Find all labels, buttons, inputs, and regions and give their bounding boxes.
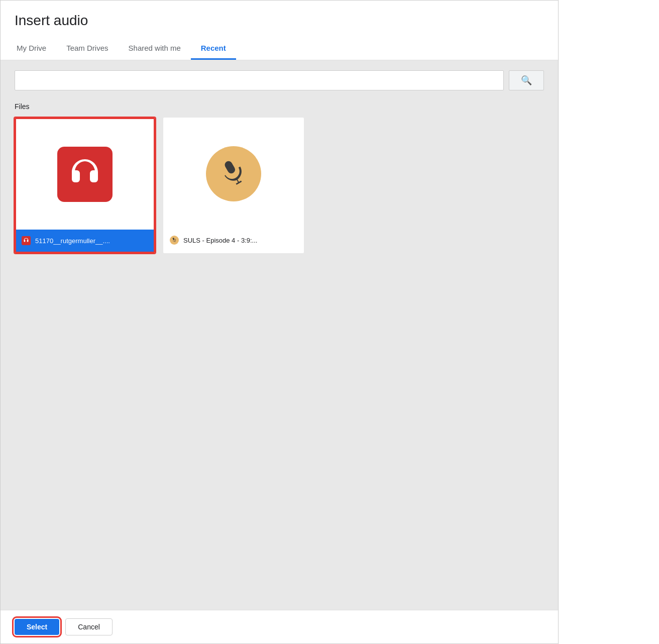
files-grid: 51170__rutgermuller__.... — [15, 118, 544, 253]
mic-circle-icon — [206, 146, 261, 201]
headphone-small-icon — [23, 237, 29, 244]
tab-recent[interactable]: Recent — [191, 39, 236, 60]
files-section-label: Files — [15, 102, 544, 111]
file-label-icon-2 — [169, 235, 179, 245]
search-button[interactable]: 🔍 — [509, 70, 544, 90]
file-label-1: 51170__rutgermuller__.... — [16, 230, 154, 252]
search-bar: 🔍 — [15, 70, 544, 90]
mic-small-icon-container — [170, 236, 179, 245]
headphone-symbol — [67, 154, 102, 194]
file-card-2[interactable]: SULS - Episode 4 - 3:9:... — [163, 118, 304, 253]
file-label-2: SULS - Episode 4 - 3:9:... — [164, 229, 303, 251]
mic-icon — [213, 152, 254, 195]
search-icon: 🔍 — [521, 75, 532, 86]
dialog-title: Insert audio — [15, 13, 544, 29]
tabs-container: My Drive Team Drives Shared with me Rece… — [15, 39, 544, 60]
audio-red-icon — [57, 147, 113, 202]
file-thumbnail-1 — [16, 119, 154, 230]
file-label-icon-1 — [21, 236, 31, 246]
tab-my-drive[interactable]: My Drive — [15, 39, 56, 60]
file-icon-red-small — [22, 236, 31, 245]
file-thumbnail-2 — [164, 119, 303, 229]
mic-small-icon — [171, 236, 178, 244]
tab-team-drives[interactable]: Team Drives — [56, 39, 118, 60]
svg-rect-0 — [223, 160, 236, 175]
cancel-button[interactable]: Cancel — [65, 618, 113, 635]
content-area: 🔍 Files — [1, 60, 558, 610]
tab-shared-with-me[interactable]: Shared with me — [119, 39, 191, 60]
search-input[interactable] — [15, 70, 504, 90]
select-button[interactable]: Select — [15, 619, 59, 635]
footer: Select Cancel — [1, 610, 558, 643]
file-card-1[interactable]: 51170__rutgermuller__.... — [15, 118, 155, 253]
svg-rect-1 — [172, 238, 175, 240]
file-name-1: 51170__rutgermuller__.... — [35, 237, 149, 245]
file-name-2: SULS - Episode 4 - 3:9:... — [183, 237, 298, 244]
